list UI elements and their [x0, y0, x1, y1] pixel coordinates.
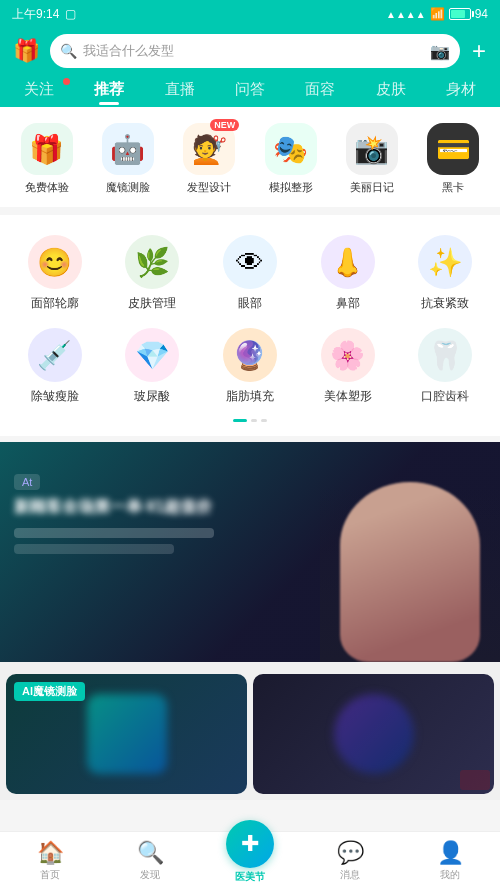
service-wrinkle[interactable]: 💉 除皱瘦脸 [6, 322, 104, 415]
black-card-label: 黑卡 [442, 180, 464, 195]
anti-aging-label: 抗衰紧致 [421, 295, 469, 312]
find-label: 发现 [140, 868, 160, 882]
free-experience-label: 免费体验 [25, 180, 69, 195]
fat-fill-icon: 🔮 [223, 328, 277, 382]
card-second[interactable] [253, 674, 494, 794]
service-fat-fill[interactable]: 🔮 脂肪填充 [201, 322, 299, 415]
diary-label: 美丽日记 [350, 180, 394, 195]
service-nose[interactable]: 👃 鼻部 [299, 229, 397, 322]
battery-icon [449, 8, 471, 20]
category-section: 🎁 免费体验 🤖 魔镜测脸 💇 NEW 发型设计 🎭 模拟整形 📸 [0, 107, 500, 207]
category-hair-design[interactable]: 💇 NEW 发型设计 [169, 119, 250, 199]
nav-msg[interactable]: 💬 消息 [300, 834, 400, 888]
gift-icon[interactable]: 🎁 [10, 35, 42, 67]
service-skin-manage[interactable]: 🌿 皮肤管理 [104, 229, 202, 322]
service-eye[interactable]: 👁 眼部 [201, 229, 299, 322]
banner-title: 新顾客全场第一单·¥1超值价 [14, 496, 214, 518]
new-badge: NEW [210, 119, 239, 131]
time: 上午9:14 [12, 6, 59, 23]
category-black-card[interactable]: 💳 黑卡 [413, 119, 494, 199]
nav-tabs: 关注 推荐 直播 问答 面容 皮肤 身材 [0, 74, 500, 107]
simulate-icon: 🎭 [265, 123, 317, 175]
wifi-icon: 📶 [430, 7, 445, 21]
tab-follow[interactable]: 关注 [4, 74, 74, 107]
nav-mine[interactable]: 👤 我的 [400, 834, 500, 888]
search-bar[interactable]: 🔍 我适合什么发型 📷 [50, 34, 460, 68]
wrinkle-label: 除皱瘦脸 [31, 388, 79, 405]
free-experience-icon: 🎁 [21, 123, 73, 175]
tab-live[interactable]: 直播 [145, 74, 215, 107]
fat-fill-label: 脂肪填充 [226, 388, 274, 405]
screen-icon: ▢ [65, 7, 76, 21]
mine-label: 我的 [440, 868, 460, 882]
indicator-dots [0, 415, 500, 430]
banner-section[interactable]: At 新顾客全场第一单·¥1超值价 [0, 442, 500, 662]
dot-3 [261, 419, 267, 422]
eye-label: 眼部 [238, 295, 262, 312]
cards-row: AI魔镜测脸 [0, 668, 500, 800]
signal-icon: ▲▲▲▲ [386, 9, 426, 20]
hyaluronic-icon: 💎 [125, 328, 179, 382]
hyaluronic-label: 玻尿酸 [134, 388, 170, 405]
yimei-icon-symbol: ✚ [241, 831, 259, 857]
banner-line-1 [14, 528, 214, 538]
msg-icon: 💬 [337, 840, 364, 866]
anti-aging-icon: ✨ [418, 235, 472, 289]
dot-1 [233, 419, 247, 422]
bottom-nav: 🏠 首页 🔍 发现 ✚ 医美节 💬 消息 👤 我的 [0, 831, 500, 889]
service-hyaluronic[interactable]: 💎 玻尿酸 [104, 322, 202, 415]
service-anti-aging[interactable]: ✨ 抗衰紧致 [396, 229, 494, 322]
banner-tag: At [14, 474, 40, 490]
service-dental[interactable]: 🦷 口腔齿科 [396, 322, 494, 415]
nav-find[interactable]: 🔍 发现 [100, 834, 200, 888]
nose-label: 鼻部 [336, 295, 360, 312]
category-free-experience[interactable]: 🎁 免费体验 [6, 119, 87, 199]
banner-line-2 [14, 544, 174, 554]
category-simulate[interactable]: 🎭 模拟整形 [250, 119, 331, 199]
search-placeholder: 我适合什么发型 [83, 42, 424, 60]
add-button[interactable]: + [468, 37, 490, 65]
status-left: 上午9:14 ▢ [12, 6, 76, 23]
diary-icon: 📸 [346, 123, 398, 175]
search-icon: 🔍 [60, 43, 77, 59]
tab-recommend[interactable]: 推荐 [74, 74, 144, 107]
yimei-center-icon[interactable]: ✚ [226, 820, 274, 868]
nose-icon: 👃 [321, 235, 375, 289]
body-shape-label: 美体塑形 [324, 388, 372, 405]
tab-qa[interactable]: 问答 [215, 74, 285, 107]
banner-text-block: At 新顾客全场第一单·¥1超值价 [14, 472, 214, 554]
status-bar: 上午9:14 ▢ ▲▲▲▲ 📶 94 [0, 0, 500, 28]
category-diary[interactable]: 📸 美丽日记 [331, 119, 412, 199]
face-contour-icon: 😊 [28, 235, 82, 289]
dot-2 [251, 419, 257, 422]
skin-manage-icon: 🌿 [125, 235, 179, 289]
body-shape-icon: 🌸 [321, 328, 375, 382]
card-ai-test[interactable]: AI魔镜测脸 [6, 674, 247, 794]
home-label: 首页 [40, 868, 60, 882]
find-icon: 🔍 [137, 840, 164, 866]
category-row: 🎁 免费体验 🤖 魔镜测脸 💇 NEW 发型设计 🎭 模拟整形 📸 [0, 119, 500, 199]
services-grid: 😊 面部轮廓 🌿 皮肤管理 👁 眼部 👃 鼻部 ✨ 抗衰紧致 💉 除皱瘦脸 💎 … [0, 229, 500, 415]
hair-design-icon: 💇 NEW [183, 123, 235, 175]
service-face-contour[interactable]: 😊 面部轮廓 [6, 229, 104, 322]
tab-skin[interactable]: 皮肤 [355, 74, 425, 107]
nav-yimei[interactable]: ✚ 医美节 [200, 838, 300, 884]
battery-level: 94 [475, 7, 488, 21]
tab-body[interactable]: 身材 [426, 74, 496, 107]
black-card-icon: 💳 [427, 123, 479, 175]
category-magic-face[interactable]: 🤖 魔镜测脸 [87, 119, 168, 199]
msg-label: 消息 [340, 868, 360, 882]
services-section: 😊 面部轮廓 🌿 皮肤管理 👁 眼部 👃 鼻部 ✨ 抗衰紧致 💉 除皱瘦脸 💎 … [0, 215, 500, 436]
dental-icon: 🦷 [418, 328, 472, 382]
face-contour-label: 面部轮廓 [31, 295, 79, 312]
nav-home[interactable]: 🏠 首页 [0, 834, 100, 888]
camera-icon[interactable]: 📷 [430, 42, 450, 61]
mine-icon: 👤 [437, 840, 464, 866]
service-body-shape[interactable]: 🌸 美体塑形 [299, 322, 397, 415]
header: 🎁 🔍 我适合什么发型 📷 + [0, 28, 500, 74]
tab-face[interactable]: 面容 [285, 74, 355, 107]
person-figure [340, 482, 480, 662]
dental-label: 口腔齿科 [421, 388, 469, 405]
watermark [460, 770, 490, 790]
banner-person [320, 442, 500, 662]
